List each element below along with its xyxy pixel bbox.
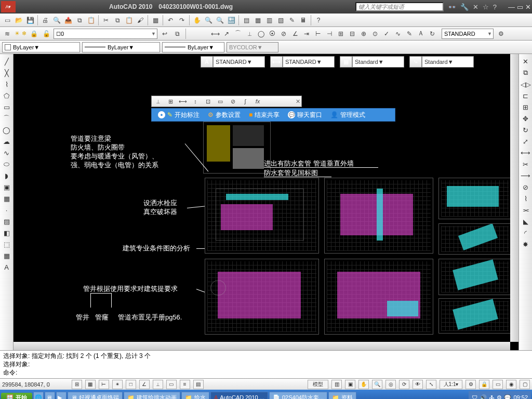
spline-button[interactable]: ∿ [2,148,12,158]
dim-edit-button[interactable]: ✎ [404,29,415,39]
line-button[interactable]: ╱ [2,56,12,66]
sign-in-icon[interactable]: 🔧 [460,3,469,11]
task-pdf[interactable]: 📄 02S404防水套... [269,392,327,399]
ellipse-button[interactable]: ⬭ [2,159,12,169]
system-tray[interactable]: 🛡 🔊 🖧 ⚙ 💬 09:52 [469,391,531,399]
cut-button[interactable]: ✂ [101,15,111,25]
lineweight-combo[interactable]: ByLayer▼ [162,42,224,52]
jogged-linear-button[interactable]: ∿ [393,29,403,39]
tablestyle-combo[interactable]: Standard▼ [352,56,404,68]
plot-preview-button[interactable]: 🔍 [51,15,62,25]
toolbar-lock-button[interactable]: 🔒 [479,380,489,389]
design-center-button[interactable]: ▦ [252,15,263,25]
exchange-icon[interactable]: ✕ [473,3,478,11]
ql-desktop[interactable]: 🖥 [45,392,55,399]
task-hst[interactable]: 🖥 好视通桌面终端 [68,392,123,399]
fl-btn-3[interactable]: ⟷ [178,97,188,106]
ortho-toggle[interactable]: ⊢ [99,380,109,389]
start-annotate-button[interactable]: ●✎开始标注 [158,111,200,119]
new-button[interactable]: ▭ [2,15,12,25]
make-block-button[interactable]: ▦ [2,193,12,204]
open-button[interactable]: 📂 [14,15,24,25]
osnap-toggle[interactable]: □ [126,380,136,389]
nav-wheel-button[interactable]: ◎ [385,380,396,389]
dim-arc-button[interactable]: ⌒ [233,29,243,39]
fl-btn-7[interactable]: ⊘ [228,97,238,106]
dimstyle2-combo[interactable]: STANDARD▼ [283,56,335,68]
move-button[interactable]: ✥ [521,113,531,124]
polar-toggle[interactable]: ✴ [112,380,123,389]
sheet-set-button[interactable]: ▧ [275,15,286,25]
ql-media[interactable]: ▶ [56,392,66,399]
center-mark-button[interactable]: ⊙ [370,29,380,39]
dim-update-button[interactable]: ↻ [427,29,437,39]
v-scrollbar[interactable] [510,54,518,342]
grid-toggle[interactable]: ▦ [85,380,96,389]
help-button[interactable]: ? [313,15,324,25]
revcloud-button[interactable]: ☁ [2,136,12,147]
tray-icon[interactable]: 🛡 [472,394,477,399]
offset-button[interactable]: ⊏ [521,90,531,101]
circle-button[interactable]: ◯ [2,125,12,135]
otrack-toggle[interactable]: ∠ [139,380,150,389]
dim-angular-button[interactable]: ∠ [290,29,300,39]
gradient-button[interactable]: ◧ [2,228,12,238]
undo-button[interactable]: ↶ [165,15,176,25]
scale-button[interactable]: ⤢ [521,136,531,147]
model-space-button[interactable]: 模型 [308,380,328,389]
close-icon[interactable]: ✕ [525,3,531,11]
fl-btn-6[interactable]: ▭ [215,97,225,106]
restore-icon[interactable]: ▭ [517,3,523,11]
tool-palette-button[interactable]: ▥ [264,15,274,25]
textstyle-combo[interactable]: STANDARD▼ [213,56,265,68]
dim-quick-button[interactable]: ⇥ [301,29,312,39]
dim-continue-button[interactable]: ⊣ [324,29,335,39]
dim-baseline-button[interactable]: ⊢ [313,29,323,39]
sheet-button[interactable]: 📋 [86,15,96,25]
plotstyle-combo[interactable]: BYCOLOR▼ [227,42,278,52]
table-button[interactable]: ▦ [2,250,12,261]
stretch-button[interactable]: ⟷ [521,148,531,158]
point-button[interactable]: · [2,205,12,215]
annotation-scale-button[interactable]: 人 1:1▾ [440,380,462,389]
trim-button[interactable]: ✂ [521,159,531,169]
isolate-objects-button[interactable]: ◉ [506,380,516,389]
erase-button[interactable]: ✕ [521,56,531,66]
break-button[interactable]: ⌇ [521,193,531,204]
break-point-button[interactable]: ⊘ [521,182,531,192]
layer-lock-button[interactable]: 🔒 [29,29,39,39]
tray-icon[interactable]: ⚙ [497,394,502,400]
tray-icon[interactable]: 🖧 [489,394,495,399]
print-button[interactable]: 🖨 [40,15,50,25]
help-icon[interactable]: ? [493,3,497,11]
lwt-toggle[interactable]: ≡ [180,380,190,389]
tray-icon[interactable]: 💬 [504,394,511,400]
properties-button[interactable]: ▤ [241,15,251,25]
join-button[interactable]: ⫘ [521,205,531,215]
tray-icon[interactable]: 🔊 [480,394,487,400]
zoom-prev-button[interactable]: 🔙 [226,15,236,25]
fl-btn-5[interactable]: ⊡ [203,97,213,106]
clean-screen-button[interactable]: ▢ [520,380,530,389]
drawing-canvas[interactable]: ASTANDARD▼ ⟷STANDARD▼ ▦Standard▼ ⤷Standa… [14,54,518,350]
match-button[interactable]: 🖌 [135,15,145,25]
inspect-button[interactable]: ✓ [381,29,392,39]
zoom-rt-button[interactable]: 🔍 [203,15,214,25]
task-anim[interactable]: 📁 建筑给排水动画 [124,392,180,399]
task-acad[interactable]: A AutoCAD 2010 ... [210,392,268,399]
tolerance-button[interactable]: ⊕ [358,29,369,39]
dim-aligned-button[interactable]: ↗ [221,29,232,39]
layer-state-button[interactable]: ⧉ [172,29,182,39]
fl-btn-1[interactable]: ⟂ [153,97,163,106]
rectangle-button[interactable]: ▭ [2,102,12,112]
xline-button[interactable]: ╳ [2,68,12,78]
hatch-button[interactable]: ▨ [2,216,12,227]
color-combo[interactable]: ByLayer▼ [2,42,80,52]
dim-diameter-button[interactable]: ⊘ [278,29,289,39]
dim-radius-button[interactable]: ◯ [256,29,266,39]
fl-btn-9[interactable]: fx [252,97,263,106]
save-button[interactable]: 💾 [25,15,35,25]
manage-mode-button[interactable]: 👤管理模式 [330,111,365,119]
ws-switch-button[interactable]: ⚙ [466,380,476,389]
explode-button[interactable]: ✸ [521,239,531,249]
